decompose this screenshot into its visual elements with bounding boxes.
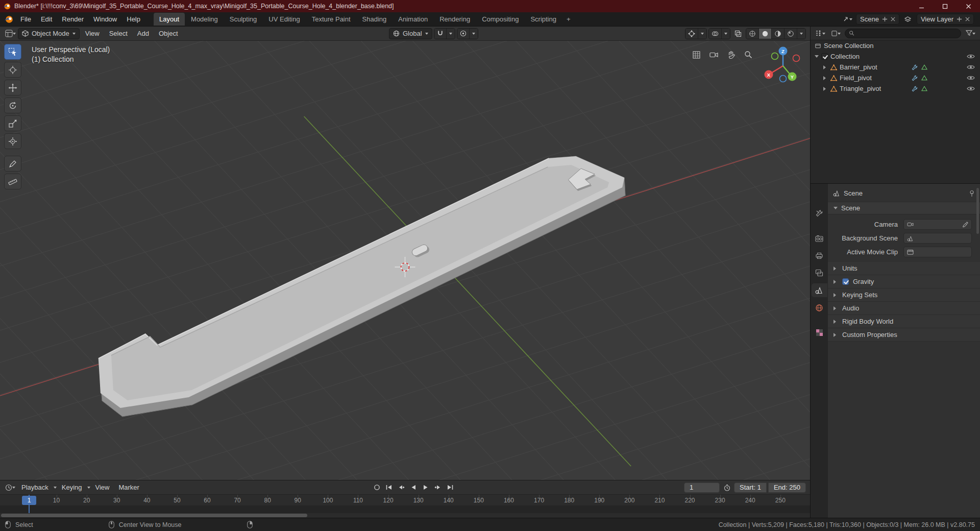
menu-select[interactable]: Select: [105, 28, 132, 39]
transform-tool[interactable]: [4, 133, 21, 149]
timeline-track-area[interactable]: [0, 506, 810, 513]
view-layer-selector[interactable]: View Layer: [917, 14, 974, 25]
timeline-menu-view[interactable]: View: [91, 481, 114, 493]
properties-tab-scene[interactable]: [812, 283, 827, 297]
navigation-gizmo[interactable]: Z X Y: [760, 43, 806, 89]
show-overlays-toggle[interactable]: [709, 29, 722, 39]
transform-orientation-dropdown[interactable]: Global: [389, 28, 432, 39]
maximize-button[interactable]: [933, 0, 957, 12]
shading-wireframe-button[interactable]: [746, 29, 759, 39]
menu-edit[interactable]: Edit: [36, 13, 57, 25]
cursor-tool[interactable]: [4, 62, 21, 78]
annotate-tool[interactable]: [4, 156, 21, 172]
camera-view-icon[interactable]: [707, 48, 720, 61]
timeline-ruler[interactable]: 1 10 20 30 40 50 60 70 80 90 100 110 120…: [0, 495, 810, 506]
shading-dropdown[interactable]: [797, 29, 805, 39]
gizmo-negative-z-ball[interactable]: [780, 76, 787, 82]
section-rigid-body-world[interactable]: Rigid Body World: [828, 315, 980, 328]
blender-app-icon[interactable]: [4, 15, 13, 24]
timeline-scrollbar[interactable]: [0, 513, 810, 518]
workspace-tab-compositing[interactable]: Compositing: [476, 13, 524, 26]
active-movie-clip-field[interactable]: [903, 247, 972, 257]
proportional-editing-dropdown[interactable]: [470, 29, 478, 39]
outliner-display-mode-dropdown[interactable]: [829, 28, 842, 39]
section-expand-icon[interactable]: [834, 333, 838, 337]
viewport-3d[interactable]: User Perspective (Local) (1) Collection: [0, 41, 810, 480]
section-expand-icon[interactable]: [834, 320, 838, 324]
menu-file[interactable]: File: [16, 13, 36, 25]
properties-tab-view-layer[interactable]: [812, 266, 827, 280]
timeline-scrollbar-thumb[interactable]: [1, 514, 307, 517]
menu-help[interactable]: Help: [122, 13, 145, 25]
panel-collapse-icon[interactable]: [834, 207, 838, 211]
new-scene-icon[interactable]: [882, 16, 888, 22]
outliner-row-triangle-pivot[interactable]: Triangle_pivot: [811, 83, 980, 94]
browse-scene-icon[interactable]: [841, 14, 853, 25]
viewport-canvas[interactable]: [0, 41, 810, 480]
properties-tab-texture[interactable]: [812, 326, 827, 340]
proportional-editing-toggle[interactable]: [457, 29, 470, 39]
current-frame-field[interactable]: 1: [684, 482, 720, 493]
minimize-button[interactable]: [910, 0, 933, 12]
properties-tab-world[interactable]: [812, 301, 827, 315]
gravity-checkbox[interactable]: [842, 278, 849, 285]
section-expand-icon[interactable]: [834, 267, 838, 271]
outliner-editor-type-button[interactable]: [814, 28, 826, 39]
overlays-dropdown[interactable]: [722, 29, 730, 39]
shading-rendered-button[interactable]: [785, 29, 797, 39]
modifier-wrench-icon[interactable]: [912, 86, 918, 92]
outliner-row-field-pivot[interactable]: Field_pivot: [811, 73, 980, 83]
collection-checkbox[interactable]: [821, 53, 828, 60]
close-button[interactable]: [957, 0, 980, 12]
zoom-magnifier-icon[interactable]: [742, 48, 755, 61]
properties-tab-output[interactable]: [812, 249, 827, 262]
modifier-wrench-icon[interactable]: [912, 75, 918, 81]
next-keyframe-button[interactable]: [433, 482, 444, 493]
section-expand-icon[interactable]: [834, 280, 838, 284]
expand-icon[interactable]: [823, 87, 828, 91]
gizmo-negative-x-ball[interactable]: [793, 55, 800, 62]
camera-field[interactable]: [903, 219, 972, 230]
outliner-row-barrier-pivot[interactable]: Barrier_pivot: [811, 62, 980, 73]
gizmo-dropdown[interactable]: [698, 29, 706, 39]
eyedropper-icon[interactable]: [962, 222, 968, 228]
section-expand-icon[interactable]: [834, 306, 838, 310]
outliner-search-box[interactable]: [845, 29, 961, 38]
scale-tool[interactable]: [4, 115, 21, 131]
section-keying-sets[interactable]: Keying Sets: [828, 288, 980, 302]
workspace-tab-shading[interactable]: Shading: [357, 13, 393, 26]
add-workspace-button[interactable]: +: [562, 13, 575, 26]
timeline-editor-type-button[interactable]: [4, 482, 16, 493]
visibility-eye-icon[interactable]: [967, 64, 975, 70]
show-gizmo-toggle[interactable]: [685, 29, 698, 39]
unlink-scene-icon[interactable]: [891, 17, 895, 21]
visibility-eye-icon[interactable]: [967, 54, 975, 59]
use-preview-range-stopwatch-icon[interactable]: [721, 482, 733, 493]
workspace-tab-sculpting[interactable]: Sculpting: [224, 13, 262, 26]
expand-icon[interactable]: [823, 76, 828, 80]
section-gravity[interactable]: Gravity: [828, 275, 980, 288]
pin-icon[interactable]: [969, 190, 975, 197]
workspace-tab-animation[interactable]: Animation: [393, 13, 433, 26]
section-audio[interactable]: Audio: [828, 302, 980, 315]
rotate-tool[interactable]: [4, 98, 21, 113]
outliner-search-input[interactable]: [857, 30, 957, 37]
mesh-data-icon[interactable]: [921, 75, 927, 81]
jump-to-start-button[interactable]: [384, 482, 395, 493]
section-custom-properties[interactable]: Custom Properties: [828, 328, 980, 342]
workspace-tab-texture-paint[interactable]: Texture Paint: [306, 13, 356, 26]
properties-scrollbar[interactable]: [976, 188, 979, 234]
outliner-row-collection[interactable]: Collection: [811, 51, 980, 62]
gizmo-negative-y-ball[interactable]: [772, 53, 778, 60]
workspace-tab-layout[interactable]: Layout: [154, 13, 185, 26]
play-reverse-button[interactable]: [408, 482, 419, 493]
workspace-tab-rendering[interactable]: Rendering: [434, 13, 476, 26]
modifier-wrench-icon[interactable]: [912, 64, 918, 70]
xray-toggle[interactable]: [732, 28, 744, 39]
frame-start-field[interactable]: Start: 1: [734, 482, 767, 493]
outliner-row-scene-collection[interactable]: Scene Collection: [811, 40, 980, 51]
auto-keying-record-button[interactable]: [372, 482, 382, 493]
visibility-eye-icon[interactable]: [967, 75, 975, 81]
toggle-perspective-icon[interactable]: [690, 48, 703, 61]
mesh-data-icon[interactable]: [921, 86, 927, 91]
